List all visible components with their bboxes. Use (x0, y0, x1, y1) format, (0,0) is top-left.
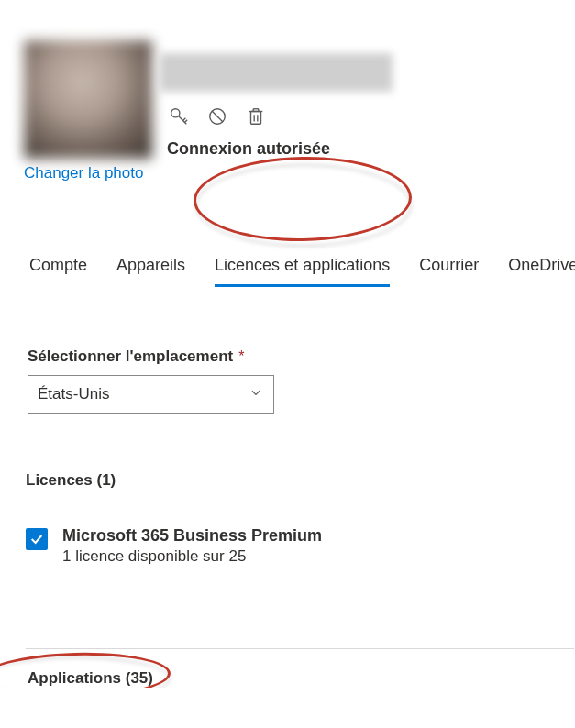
license-text: Microsoft 365 Business Premium 1 licence… (62, 526, 322, 566)
location-label: Sélectionner l'emplacement (28, 347, 233, 365)
license-availability: 1 licence disponible sur 25 (62, 547, 322, 566)
required-asterisk: * (238, 348, 244, 364)
tab-devices[interactable]: Appareils (116, 256, 185, 287)
user-detail-panel: Connexion autorisée Changer la photo Com… (0, 0, 575, 688)
tab-bar: Compte Appareils Licences et application… (0, 182, 575, 287)
annotation-shadow (195, 164, 412, 247)
svg-rect-6 (251, 112, 261, 125)
annotation-highlight-tab (193, 155, 413, 243)
tab-account[interactable]: Compte (29, 256, 87, 287)
signin-status: Connexion autorisée (160, 139, 393, 159)
chevron-down-icon (249, 385, 262, 403)
licenses-heading: Licences (1) (0, 447, 575, 490)
svg-line-2 (183, 118, 186, 121)
block-icon[interactable] (207, 106, 227, 130)
user-header: Connexion autorisée (0, 0, 575, 159)
user-name-redacted (160, 53, 393, 92)
header-info: Connexion autorisée (152, 40, 393, 159)
tab-mail[interactable]: Courrier (419, 256, 479, 287)
svg-line-5 (212, 111, 223, 122)
delete-icon[interactable] (246, 106, 266, 130)
svg-line-1 (179, 116, 187, 125)
license-name: Microsoft 365 Business Premium (62, 526, 322, 546)
avatar (24, 40, 152, 159)
applications-section: Applications (35) (0, 649, 575, 688)
applications-heading[interactable]: Applications (35) (28, 669, 575, 688)
change-photo-link[interactable]: Changer la photo (0, 159, 143, 182)
action-icon-row (160, 105, 393, 139)
license-row: Microsoft 365 Business Premium 1 licence… (0, 490, 575, 566)
svg-line-3 (184, 120, 187, 123)
license-checkbox[interactable] (26, 528, 48, 550)
location-select[interactable]: États-Unis (28, 375, 274, 414)
tab-onedrive[interactable]: OneDrive (508, 256, 575, 287)
location-section: Sélectionner l'emplacement* États-Unis (0, 287, 575, 414)
key-icon[interactable] (169, 106, 189, 130)
location-value: États-Unis (38, 385, 109, 403)
tab-licenses[interactable]: Licences et applications (215, 256, 390, 287)
